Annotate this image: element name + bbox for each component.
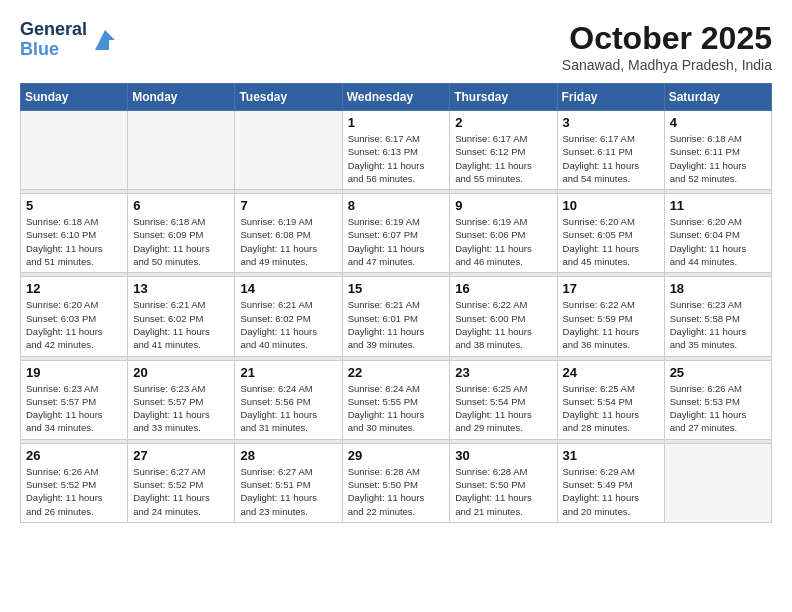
day-info: Sunrise: 6:18 AMSunset: 6:11 PMDaylight:… bbox=[670, 132, 766, 185]
day-info: Sunrise: 6:26 AMSunset: 5:53 PMDaylight:… bbox=[670, 382, 766, 435]
calendar-day: 16Sunrise: 6:22 AMSunset: 6:00 PMDayligh… bbox=[450, 277, 557, 356]
calendar-week-4: 19Sunrise: 6:23 AMSunset: 5:57 PMDayligh… bbox=[21, 360, 772, 439]
day-number: 1 bbox=[348, 115, 445, 130]
day-number: 4 bbox=[670, 115, 766, 130]
weekday-header-wednesday: Wednesday bbox=[342, 84, 450, 111]
day-number: 17 bbox=[563, 281, 659, 296]
day-info: Sunrise: 6:27 AMSunset: 5:52 PMDaylight:… bbox=[133, 465, 229, 518]
day-info: Sunrise: 6:28 AMSunset: 5:50 PMDaylight:… bbox=[455, 465, 551, 518]
day-info: Sunrise: 6:18 AMSunset: 6:10 PMDaylight:… bbox=[26, 215, 122, 268]
calendar-day bbox=[21, 111, 128, 190]
calendar-week-3: 12Sunrise: 6:20 AMSunset: 6:03 PMDayligh… bbox=[21, 277, 772, 356]
day-info: Sunrise: 6:17 AMSunset: 6:12 PMDaylight:… bbox=[455, 132, 551, 185]
day-number: 11 bbox=[670, 198, 766, 213]
day-info: Sunrise: 6:23 AMSunset: 5:58 PMDaylight:… bbox=[670, 298, 766, 351]
day-number: 28 bbox=[240, 448, 336, 463]
weekday-header-monday: Monday bbox=[128, 84, 235, 111]
day-number: 9 bbox=[455, 198, 551, 213]
day-number: 30 bbox=[455, 448, 551, 463]
calendar-day: 3Sunrise: 6:17 AMSunset: 6:11 PMDaylight… bbox=[557, 111, 664, 190]
day-number: 25 bbox=[670, 365, 766, 380]
day-info: Sunrise: 6:29 AMSunset: 5:49 PMDaylight:… bbox=[563, 465, 659, 518]
calendar-day: 9Sunrise: 6:19 AMSunset: 6:06 PMDaylight… bbox=[450, 194, 557, 273]
calendar-day: 5Sunrise: 6:18 AMSunset: 6:10 PMDaylight… bbox=[21, 194, 128, 273]
calendar-day: 25Sunrise: 6:26 AMSunset: 5:53 PMDayligh… bbox=[664, 360, 771, 439]
day-info: Sunrise: 6:22 AMSunset: 5:59 PMDaylight:… bbox=[563, 298, 659, 351]
calendar-day: 1Sunrise: 6:17 AMSunset: 6:13 PMDaylight… bbox=[342, 111, 450, 190]
day-number: 13 bbox=[133, 281, 229, 296]
day-number: 7 bbox=[240, 198, 336, 213]
calendar-day: 10Sunrise: 6:20 AMSunset: 6:05 PMDayligh… bbox=[557, 194, 664, 273]
calendar-day: 24Sunrise: 6:25 AMSunset: 5:54 PMDayligh… bbox=[557, 360, 664, 439]
day-info: Sunrise: 6:19 AMSunset: 6:08 PMDaylight:… bbox=[240, 215, 336, 268]
day-number: 5 bbox=[26, 198, 122, 213]
calendar-day: 20Sunrise: 6:23 AMSunset: 5:57 PMDayligh… bbox=[128, 360, 235, 439]
day-number: 21 bbox=[240, 365, 336, 380]
weekday-header-saturday: Saturday bbox=[664, 84, 771, 111]
calendar-day: 8Sunrise: 6:19 AMSunset: 6:07 PMDaylight… bbox=[342, 194, 450, 273]
day-info: Sunrise: 6:21 AMSunset: 6:01 PMDaylight:… bbox=[348, 298, 445, 351]
day-number: 6 bbox=[133, 198, 229, 213]
calendar-day: 7Sunrise: 6:19 AMSunset: 6:08 PMDaylight… bbox=[235, 194, 342, 273]
calendar-day: 29Sunrise: 6:28 AMSunset: 5:50 PMDayligh… bbox=[342, 443, 450, 522]
calendar-table: SundayMondayTuesdayWednesdayThursdayFrid… bbox=[20, 83, 772, 523]
logo: GeneralBlue bbox=[20, 20, 119, 60]
day-number: 31 bbox=[563, 448, 659, 463]
calendar-day: 27Sunrise: 6:27 AMSunset: 5:52 PMDayligh… bbox=[128, 443, 235, 522]
day-number: 22 bbox=[348, 365, 445, 380]
calendar-day bbox=[235, 111, 342, 190]
day-number: 8 bbox=[348, 198, 445, 213]
day-number: 27 bbox=[133, 448, 229, 463]
calendar-day: 21Sunrise: 6:24 AMSunset: 5:56 PMDayligh… bbox=[235, 360, 342, 439]
day-number: 2 bbox=[455, 115, 551, 130]
day-info: Sunrise: 6:24 AMSunset: 5:56 PMDaylight:… bbox=[240, 382, 336, 435]
calendar-day: 30Sunrise: 6:28 AMSunset: 5:50 PMDayligh… bbox=[450, 443, 557, 522]
day-info: Sunrise: 6:20 AMSunset: 6:05 PMDaylight:… bbox=[563, 215, 659, 268]
day-info: Sunrise: 6:24 AMSunset: 5:55 PMDaylight:… bbox=[348, 382, 445, 435]
calendar-day: 13Sunrise: 6:21 AMSunset: 6:02 PMDayligh… bbox=[128, 277, 235, 356]
day-info: Sunrise: 6:21 AMSunset: 6:02 PMDaylight:… bbox=[240, 298, 336, 351]
calendar-day: 11Sunrise: 6:20 AMSunset: 6:04 PMDayligh… bbox=[664, 194, 771, 273]
day-info: Sunrise: 6:21 AMSunset: 6:02 PMDaylight:… bbox=[133, 298, 229, 351]
calendar-day: 26Sunrise: 6:26 AMSunset: 5:52 PMDayligh… bbox=[21, 443, 128, 522]
day-number: 29 bbox=[348, 448, 445, 463]
day-number: 24 bbox=[563, 365, 659, 380]
calendar-day: 22Sunrise: 6:24 AMSunset: 5:55 PMDayligh… bbox=[342, 360, 450, 439]
day-info: Sunrise: 6:22 AMSunset: 6:00 PMDaylight:… bbox=[455, 298, 551, 351]
weekday-header-tuesday: Tuesday bbox=[235, 84, 342, 111]
calendar-day bbox=[664, 443, 771, 522]
day-number: 12 bbox=[26, 281, 122, 296]
day-info: Sunrise: 6:17 AMSunset: 6:11 PMDaylight:… bbox=[563, 132, 659, 185]
calendar-day: 2Sunrise: 6:17 AMSunset: 6:12 PMDaylight… bbox=[450, 111, 557, 190]
day-info: Sunrise: 6:25 AMSunset: 5:54 PMDaylight:… bbox=[563, 382, 659, 435]
weekday-header-friday: Friday bbox=[557, 84, 664, 111]
day-info: Sunrise: 6:17 AMSunset: 6:13 PMDaylight:… bbox=[348, 132, 445, 185]
day-info: Sunrise: 6:27 AMSunset: 5:51 PMDaylight:… bbox=[240, 465, 336, 518]
day-info: Sunrise: 6:18 AMSunset: 6:09 PMDaylight:… bbox=[133, 215, 229, 268]
calendar-day: 4Sunrise: 6:18 AMSunset: 6:11 PMDaylight… bbox=[664, 111, 771, 190]
day-number: 15 bbox=[348, 281, 445, 296]
day-number: 16 bbox=[455, 281, 551, 296]
calendar-week-2: 5Sunrise: 6:18 AMSunset: 6:10 PMDaylight… bbox=[21, 194, 772, 273]
day-number: 14 bbox=[240, 281, 336, 296]
day-info: Sunrise: 6:28 AMSunset: 5:50 PMDaylight:… bbox=[348, 465, 445, 518]
calendar-day bbox=[128, 111, 235, 190]
weekday-header-sunday: Sunday bbox=[21, 84, 128, 111]
calendar-day: 19Sunrise: 6:23 AMSunset: 5:57 PMDayligh… bbox=[21, 360, 128, 439]
logo-icon bbox=[91, 26, 119, 54]
month-title: October 2025 bbox=[562, 20, 772, 57]
calendar-day: 23Sunrise: 6:25 AMSunset: 5:54 PMDayligh… bbox=[450, 360, 557, 439]
calendar-day: 14Sunrise: 6:21 AMSunset: 6:02 PMDayligh… bbox=[235, 277, 342, 356]
svg-marker-0 bbox=[95, 30, 115, 50]
day-number: 19 bbox=[26, 365, 122, 380]
day-info: Sunrise: 6:23 AMSunset: 5:57 PMDaylight:… bbox=[133, 382, 229, 435]
calendar-day: 6Sunrise: 6:18 AMSunset: 6:09 PMDaylight… bbox=[128, 194, 235, 273]
location-subtitle: Sanawad, Madhya Pradesh, India bbox=[562, 57, 772, 73]
day-number: 20 bbox=[133, 365, 229, 380]
calendar-day: 18Sunrise: 6:23 AMSunset: 5:58 PMDayligh… bbox=[664, 277, 771, 356]
day-info: Sunrise: 6:19 AMSunset: 6:06 PMDaylight:… bbox=[455, 215, 551, 268]
day-info: Sunrise: 6:26 AMSunset: 5:52 PMDaylight:… bbox=[26, 465, 122, 518]
calendar-day: 12Sunrise: 6:20 AMSunset: 6:03 PMDayligh… bbox=[21, 277, 128, 356]
day-info: Sunrise: 6:20 AMSunset: 6:04 PMDaylight:… bbox=[670, 215, 766, 268]
calendar-day: 17Sunrise: 6:22 AMSunset: 5:59 PMDayligh… bbox=[557, 277, 664, 356]
